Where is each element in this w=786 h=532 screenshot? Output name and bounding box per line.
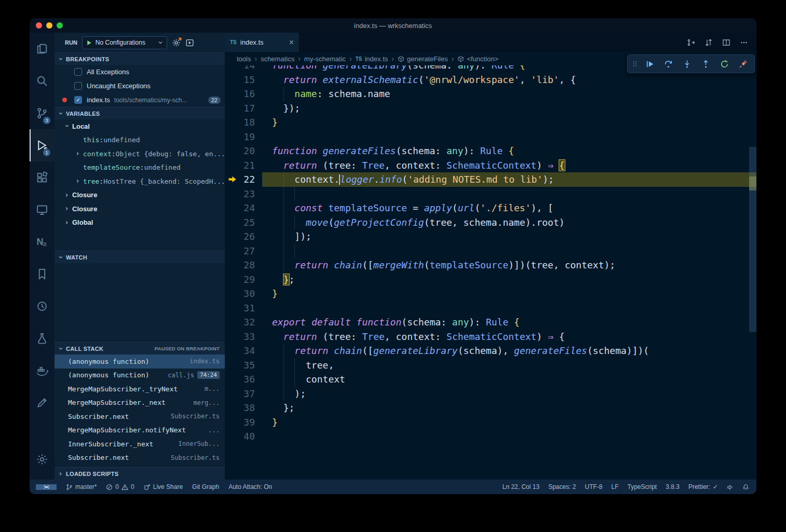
breakpoint-row[interactable]: ✓index.tstools/schematics/my-sch...22 <box>55 93 225 107</box>
code-line[interactable]: 21 return (tree: Tree, context: Schemati… <box>225 158 756 173</box>
variable-row[interactable]: tree: HostTree {_backend: ScopedH... <box>55 174 225 188</box>
code-line[interactable]: 26 ]); <box>225 229 756 244</box>
breadcrumb-item[interactable]: generateFiles <box>398 55 448 63</box>
call-stack-frame[interactable]: Subscriber.nextSubscriber.ts <box>55 451 225 465</box>
code-line[interactable]: 25 move(getProjectConfig(tree, schema.na… <box>225 215 756 230</box>
gear-icon[interactable] <box>172 38 181 47</box>
status-live-share[interactable]: Live Share <box>144 483 183 490</box>
call-stack-frame[interactable]: (anonymous function)call.js74:24 <box>55 369 225 383</box>
breadcrumb-item[interactable]: schematics <box>261 55 294 63</box>
zoom-button[interactable] <box>57 22 63 29</box>
line-number[interactable]: 20 <box>225 144 255 158</box>
remote-indicator[interactable]: >< <box>36 484 57 490</box>
step-out-button[interactable] <box>697 56 714 72</box>
line-number[interactable]: 29 <box>225 272 255 287</box>
status-bell[interactable] <box>742 484 749 490</box>
line-number[interactable]: 35 <box>225 358 255 373</box>
code-line[interactable]: 15 return externalSchematic('@nrwl/works… <box>225 73 756 87</box>
breakpoint-row[interactable]: Uncaught Exceptions <box>55 79 225 93</box>
status-encoding[interactable]: UTF-8 <box>585 483 603 490</box>
code-line[interactable]: 19 <box>225 130 756 144</box>
code-line[interactable]: 33 return (tree: Tree, context: Schemati… <box>225 330 756 344</box>
code-line[interactable]: 22 context.logger.info('adding NOTES.md … <box>225 172 756 187</box>
activity-item-pen[interactable] <box>30 387 55 419</box>
code-line[interactable]: 32export default function(schema: any): … <box>225 315 756 330</box>
activity-item-search[interactable] <box>30 65 55 97</box>
code-line[interactable]: 29 }; <box>225 272 756 287</box>
disconnect-button[interactable] <box>734 56 752 72</box>
tab-index-ts[interactable]: TS index.ts × <box>225 33 300 52</box>
more-actions-button[interactable] <box>740 38 748 47</box>
line-number[interactable]: 36 <box>225 372 255 387</box>
line-number[interactable]: 28 <box>225 258 255 272</box>
code-line[interactable]: 17 }); <box>225 101 756 116</box>
code-line[interactable]: 18} <box>225 115 756 130</box>
activity-item-test-explorer[interactable] <box>30 322 55 354</box>
status-eol[interactable]: LF <box>612 483 619 490</box>
code-line[interactable]: 27 <box>225 244 756 258</box>
code-line[interactable]: 39} <box>225 415 756 430</box>
line-number[interactable]: 16 <box>225 87 255 101</box>
line-number[interactable]: 15 <box>225 73 255 87</box>
activity-item-nx-console[interactable]: N≥ <box>30 226 55 258</box>
scrollbar-thumb[interactable] <box>749 147 756 332</box>
status-language[interactable]: TypeScript <box>628 483 657 490</box>
call-stack-header[interactable]: CALL STACK PAUSED ON BREAKPOINT <box>55 342 225 354</box>
breadcrumb-item[interactable]: TSindex.ts <box>356 55 388 63</box>
activity-item-source-control[interactable]: 3 <box>30 97 55 129</box>
line-number[interactable]: 40 <box>225 429 255 444</box>
activity-item-remote-explorer[interactable] <box>30 194 55 226</box>
status-branch[interactable]: master* <box>66 483 97 490</box>
split-editor-button[interactable] <box>722 38 730 47</box>
status-prettier[interactable]: Prettier:✓ <box>688 483 718 490</box>
variable-row[interactable]: context: Object {debug: false, en... <box>55 147 225 161</box>
code-line[interactable]: 28 return chain([mergeWith(templateSourc… <box>225 258 756 272</box>
code-line[interactable]: 40 <box>225 429 756 444</box>
restart-button[interactable] <box>715 56 733 72</box>
scope-row[interactable]: Local <box>55 119 225 133</box>
breakpoint-row[interactable]: All Exceptions <box>55 65 225 79</box>
activity-item-run-debug[interactable]: 1 <box>30 129 55 161</box>
call-stack-frame[interactable]: MergeMapSubscriber._nextmerg... <box>55 396 225 410</box>
variable-row[interactable]: templateSource: undefined <box>55 161 225 175</box>
breadcrumb-item[interactable]: my-schematic <box>304 55 346 63</box>
code-line[interactable]: 16 name: schema.name <box>225 87 756 101</box>
checkbox[interactable]: ✓ <box>74 96 82 104</box>
code-line[interactable]: 38 }; <box>225 401 756 415</box>
minimize-button[interactable] <box>46 22 52 29</box>
status-auto-attach[interactable]: Auto Attach: On <box>228 483 272 490</box>
status-indentation[interactable]: Spaces: 2 <box>548 483 576 490</box>
step-over-button[interactable] <box>659 56 677 72</box>
call-stack-frame[interactable]: (anonymous function)index.ts <box>55 354 225 369</box>
call-stack-frame[interactable]: MergeMapSubscriber._tryNextm... <box>55 382 225 396</box>
checkbox[interactable] <box>74 68 82 76</box>
open-changes-button[interactable] <box>687 38 695 47</box>
breadcrumb-item[interactable]: tools <box>237 55 251 63</box>
line-number[interactable]: 37 <box>225 387 255 401</box>
variables-header[interactable]: VARIABLES <box>55 107 225 119</box>
line-number[interactable]: 17 <box>225 101 255 116</box>
status-cursor-position[interactable]: Ln 22, Col 13 <box>503 483 539 490</box>
activity-item-extensions[interactable] <box>30 161 55 194</box>
activity-item-explorer[interactable] <box>30 33 55 65</box>
step-into-button[interactable] <box>678 56 696 72</box>
code-line[interactable]: 24 const templateSource = apply(url('./f… <box>225 201 756 215</box>
line-number[interactable]: 14 <box>225 65 255 73</box>
line-number[interactable]: 19 <box>225 130 255 144</box>
close-button[interactable] <box>36 22 42 29</box>
line-number[interactable]: 18 <box>225 115 255 130</box>
code-line[interactable]: 23 <box>225 187 756 201</box>
loaded-scripts-header[interactable]: LOADED SCRIPTS <box>55 467 225 480</box>
code-editor[interactable]: 14function generateLibrary(schema: any):… <box>225 65 756 480</box>
close-icon[interactable]: × <box>289 38 294 47</box>
breakpoints-header[interactable]: BREAKPOINTS <box>55 52 225 65</box>
scope-row[interactable]: Closure <box>55 202 225 216</box>
line-number[interactable]: 34 <box>225 344 255 358</box>
code-line[interactable]: 36 context <box>225 372 756 387</box>
line-number[interactable]: 32 <box>225 315 255 330</box>
launch-config-dropdown[interactable]: No Configurations <box>82 36 167 49</box>
line-number[interactable]: 30 <box>225 287 255 301</box>
code-line[interactable]: 35 tree, <box>225 358 756 373</box>
status-feedback[interactable] <box>727 484 734 490</box>
debug-console-icon[interactable] <box>185 38 194 47</box>
